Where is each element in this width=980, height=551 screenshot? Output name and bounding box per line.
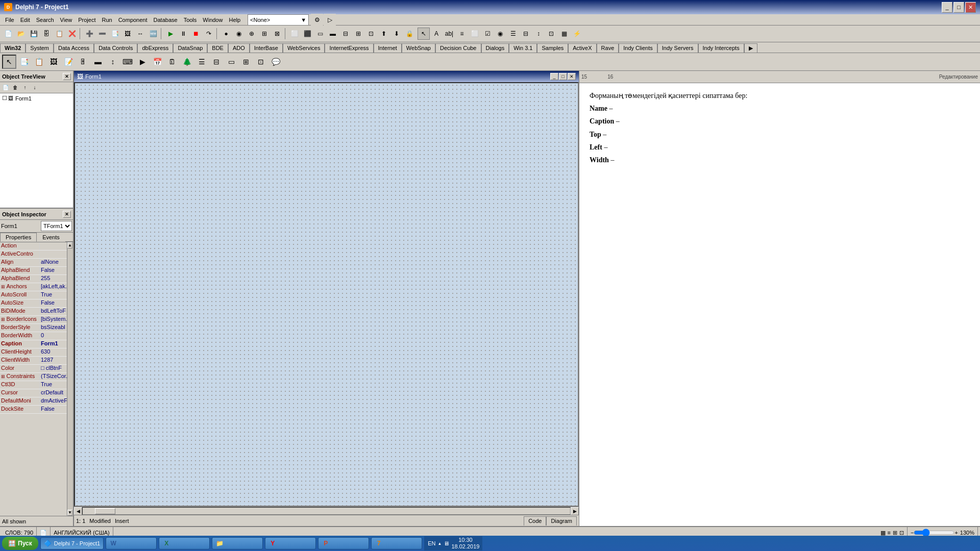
prop-cursor[interactable]: CursorcrDefault [0,389,67,397]
tb-actionlist[interactable]: ⚡ [571,28,583,40]
comp-tabcontrol[interactable]: 📑 [17,55,31,69]
space-vert[interactable]: ⊡ [365,28,377,40]
tv-btn-new[interactable]: 📄 [1,83,10,92]
tb-arrow[interactable]: ↖ [418,28,430,40]
comp-progressbar[interactable]: ▬ [91,55,105,69]
inspector-tab-events[interactable]: Events [37,233,65,242]
code-tab[interactable]: Code [524,516,546,525]
comp-arrow[interactable]: ↖ [2,55,16,69]
prop-autoscroll[interactable]: AutoScrollTrue [0,291,67,299]
more-3[interactable]: ⊞ [258,28,271,40]
palette-tab-win32[interactable]: Win32 [0,43,26,53]
tv-btn-delete[interactable]: 🗑 [11,83,20,92]
inspector-scroll-up[interactable]: ▲ [67,242,72,248]
palette-tab-dbexpress[interactable]: dbExpress [137,43,173,53]
prop-activecontrol[interactable]: ActiveContro [0,251,67,259]
tb-listbox[interactable]: ☰ [507,28,519,40]
toolbar-btn-2[interactable]: ▷ [324,14,336,26]
taskbar-app-ppt[interactable]: P [318,537,369,549]
comp-header[interactable]: ⊟ [209,55,224,69]
taskbar-app-word[interactable]: W [106,537,157,549]
menu-component[interactable]: Component [115,15,151,25]
toggle-form-unit[interactable]: ↔ [134,28,146,40]
inspector-scroll-down[interactable]: ▼ [67,510,72,516]
tb-panel[interactable]: ▦ [558,28,570,40]
taskbar-app-delphi[interactable]: 🔷 Delphi 7 - Project1 [40,537,104,549]
comp-listview[interactable]: ☰ [194,55,209,69]
palette-tab-decisioncube[interactable]: Decision Cube [435,43,481,53]
palette-tab-webservices[interactable]: WebServices [283,43,325,53]
palette-tab-websnap[interactable]: WebSnap [402,43,435,53]
palette-tab-system[interactable]: System [26,43,54,53]
prop-borderwidth[interactable]: BorderWidth0 [0,332,67,340]
close-button[interactable]: ✕ [965,2,976,13]
palette-tab-activex[interactable]: ActiveX [568,43,596,53]
comp-richedit[interactable]: 📝 [61,55,76,69]
comp-hotkey[interactable]: ⌨ [120,55,135,69]
remove-button[interactable]: ➖ [96,28,108,40]
taskbar-app-explorer[interactable]: 📁 [212,537,263,549]
more-4[interactable]: ⊠ [271,28,283,40]
align-right[interactable]: ⬛ [301,28,313,40]
palette-tab-win31[interactable]: Win 3.1 [509,43,537,53]
comp-datetime[interactable]: 📅 [150,55,164,69]
palette-tab-interbase[interactable]: InterBase [250,43,283,53]
menu-view[interactable]: View [57,15,76,25]
new-form-button[interactable]: 🆕 [147,28,159,40]
tb-radio[interactable]: ◉ [494,28,506,40]
stop-button[interactable]: ⏹ [190,28,202,40]
menu-file[interactable]: File [2,15,17,25]
palette-tab-datasnap[interactable]: DataSnap [173,43,207,53]
tb-combo[interactable]: ⊟ [520,28,532,40]
align-left[interactable]: ⬜ [288,28,301,40]
save-all-button[interactable]: 🗄 [40,28,53,40]
save-button[interactable]: 💾 [28,28,40,40]
tb-groupbox[interactable]: ⊡ [545,28,557,40]
prop-autosize[interactable]: AutoSizeFalse [0,299,67,308]
space-horiz[interactable]: ⊞ [352,28,364,40]
tb-button[interactable]: ⬜ [469,28,481,40]
prop-caption[interactable]: CaptionForm1 [0,340,67,348]
pause-button[interactable]: ⏸ [177,28,189,40]
comp-statusbar[interactable]: ▭ [224,55,238,69]
send-back[interactable]: ⬇ [390,28,403,40]
prop-align[interactable]: AlignalNone [0,259,67,267]
prop-alphablend[interactable]: AlphaBlendFalse [0,267,67,275]
new-button[interactable]: 📄 [2,28,14,40]
treeview-close[interactable]: ✕ [63,73,71,80]
palette-scroll-right[interactable]: ▶ [744,43,757,53]
open-button[interactable]: 📂 [15,28,27,40]
comp-imagelist[interactable]: 🖼 [46,55,61,69]
prop-anchors[interactable]: Anchors[akLeft,ak... [0,283,67,291]
prop-clientheight[interactable]: ClientHeight630 [0,348,67,357]
form-designer-area[interactable] [74,82,579,507]
toolbar-btn-1[interactable]: ⚙ [311,14,323,26]
taskbar-app-yandex[interactable]: Y [265,537,316,549]
maximize-button[interactable]: □ [953,2,964,13]
prop-docksite[interactable]: DockSiteFalse [0,406,67,414]
tree-item-form1[interactable]: ☐ 🖼 Form1 [1,94,72,102]
scroll-left-btn[interactable]: ◀ [74,507,82,515]
step-over[interactable]: ↷ [203,28,215,40]
tb-memo[interactable]: ≡ [456,28,468,40]
palette-tab-ado[interactable]: ADO [228,43,250,53]
view-form-button[interactable]: 🖼 [121,28,134,40]
prop-ctl3d[interactable]: Ctl3DTrue [0,381,67,389]
prop-bidimode[interactable]: BiDiModebdLeftToF [0,308,67,316]
prop-bordericons[interactable]: BorderIcons[biSystem... [0,316,67,324]
menu-search[interactable]: Search [33,15,57,25]
run-button[interactable]: ▶ [164,28,177,40]
prop-constraints[interactable]: Constraints(TSizeCor... [0,373,67,381]
lock[interactable]: 🔒 [403,28,415,40]
tree-checkbox[interactable]: ☐ [2,95,7,102]
bring-front[interactable]: ⬆ [378,28,390,40]
add-file-button[interactable]: ➕ [83,28,95,40]
prop-color[interactable]: Color□ clBtnF [0,365,67,373]
palette-tab-dataaccess[interactable]: Data Access [54,43,94,53]
prop-borderstyle[interactable]: BorderStylebsSizeabl [0,324,67,332]
open-proj-button[interactable]: 📋 [53,28,65,40]
diagram-tab[interactable]: Diagram [546,516,577,525]
menu-edit[interactable]: Edit [17,15,33,25]
minimize-button[interactable]: _ [942,2,952,13]
comp-animate[interactable]: ▶ [135,55,150,69]
